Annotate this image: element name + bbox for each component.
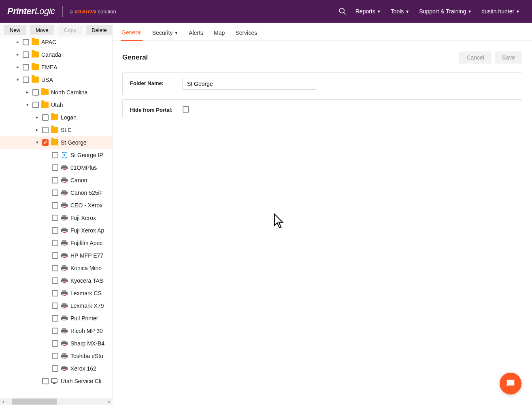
sidebar-tree[interactable]: ▸APAC ▸Canada ▸EMEA ▾USA ▸North Carolina… [0, 36, 113, 398]
tree-folder-canada[interactable]: ▸Canada [0, 48, 112, 61]
tagline: a VASION solution [70, 9, 116, 15]
checkbox[interactable] [52, 303, 58, 309]
checkbox[interactable] [52, 240, 58, 246]
tree-item-printer[interactable]: Toshiba eStu [0, 350, 112, 362]
cancel-button[interactable]: Cancel [459, 51, 492, 64]
checkbox[interactable] [23, 64, 29, 70]
tab-alerts[interactable]: Alerts [188, 27, 204, 40]
new-button[interactable]: New [4, 25, 26, 35]
tree-label: APAC [41, 39, 56, 45]
tree-folder-utah[interactable]: ▾Utah [0, 98, 112, 111]
tree-item-printer[interactable]: Konica Mino [0, 262, 112, 274]
checkbox[interactable] [52, 290, 58, 296]
checkbox[interactable] [52, 202, 58, 209]
tree-item-printer[interactable]: Fuji Xerox [0, 211, 112, 224]
tree-item-printer[interactable]: Canon [0, 174, 112, 186]
expand-icon[interactable]: ▸ [15, 52, 20, 57]
printer-icon [61, 227, 68, 234]
expand-icon[interactable]: ▸ [35, 115, 40, 120]
tree-item-printer[interactable]: Fujifilm Apec [0, 237, 112, 249]
expand-icon[interactable]: ▸ [25, 90, 30, 95]
checkbox[interactable] [52, 328, 58, 334]
checkbox[interactable] [52, 315, 58, 322]
scroll-right-icon[interactable]: ▸ [106, 399, 113, 405]
scroll-left-icon[interactable]: ◂ [0, 399, 6, 405]
checkbox[interactable] [52, 277, 58, 284]
collapse-icon[interactable]: ▾ [25, 102, 30, 107]
collapse-icon[interactable]: ▾ [35, 140, 40, 145]
svg-rect-62 [65, 282, 66, 283]
hide-portal-checkbox[interactable] [183, 106, 189, 113]
expand-icon[interactable]: ▸ [15, 39, 20, 45]
tree-item-printer[interactable]: HP MFP E77 [0, 249, 112, 262]
menu-reports[interactable]: Reports▼ [351, 8, 386, 15]
tree-item-iprange[interactable]: St George IP [0, 149, 112, 161]
checkbox[interactable] [42, 127, 49, 133]
menu-tools[interactable]: Tools▼ [386, 8, 415, 15]
collapse-icon[interactable]: ▾ [15, 77, 20, 82]
checkbox[interactable] [42, 114, 49, 121]
checkbox[interactable] [23, 77, 29, 83]
checkbox[interactable] [52, 227, 58, 234]
tagline-suffix: solution [96, 9, 116, 15]
tree-folder-apac[interactable]: ▸APAC [0, 36, 112, 48]
checkbox[interactable] [23, 39, 29, 45]
checkbox[interactable] [52, 340, 58, 347]
chat-fab[interactable] [500, 373, 521, 394]
tree-folder-logan[interactable]: ▸Logan [0, 111, 112, 124]
checkbox[interactable] [52, 215, 58, 221]
svg-rect-21 [62, 202, 66, 204]
tree-item-printer[interactable]: CEO - Xerox [0, 199, 112, 211]
expand-icon[interactable]: ▸ [15, 64, 20, 70]
scroll-track[interactable] [6, 399, 106, 405]
tree-item-printer[interactable]: Ricoh MP 30 [0, 324, 112, 337]
move-button[interactable]: Move [30, 25, 54, 35]
scroll-thumb[interactable] [12, 399, 57, 405]
menu-support[interactable]: Support & Training▼ [414, 8, 477, 15]
checkbox[interactable] [23, 51, 29, 58]
checkbox[interactable] [52, 365, 58, 372]
tree-folder-usa[interactable]: ▾USA [0, 73, 112, 86]
tree-folder-nc[interactable]: ▸North Carolina [0, 86, 112, 98]
menu-user[interactable]: dustin.hunter▼ [477, 8, 525, 15]
checkbox[interactable] [52, 152, 58, 158]
tree-folder-emea[interactable]: ▸EMEA [0, 61, 112, 73]
checkbox[interactable] [52, 164, 58, 171]
folder-name-input[interactable] [183, 78, 316, 90]
checkbox[interactable] [32, 89, 39, 96]
tree-item-client[interactable]: Utah Service Cli [0, 375, 112, 387]
tree-label: Utah [51, 102, 63, 108]
checkbox[interactable] [52, 265, 58, 271]
tree-item-printer[interactable]: Lexmark CS [0, 287, 112, 299]
save-button[interactable]: Save [495, 51, 522, 64]
tab-map[interactable]: Map [213, 27, 226, 40]
checkbox[interactable] [52, 353, 58, 359]
checkbox[interactable] [52, 190, 58, 196]
tab-security[interactable]: Security▼ [151, 27, 179, 40]
expand-icon[interactable]: ▸ [35, 127, 40, 132]
tree-item-printer[interactable]: Kyocera TAS [0, 274, 112, 287]
tree-item-printer[interactable]: Canon 525iF [0, 186, 112, 199]
checkbox[interactable] [52, 252, 58, 259]
tree-item-printer[interactable]: 01OMPlus [0, 161, 112, 174]
checkbox[interactable] [42, 378, 49, 384]
tree-label: Sharp MX-B4 [70, 340, 104, 347]
delete-button[interactable]: Delete [86, 25, 113, 35]
search-icon[interactable] [338, 7, 347, 15]
tree-item-printer[interactable]: Sharp MX-B4 [0, 337, 112, 350]
tree-folder-slc[interactable]: ▸SLC [0, 124, 112, 136]
tree-item-printer[interactable]: Lexmark X79 [0, 299, 112, 312]
h-scrollbar[interactable]: ◂ ▸ [0, 398, 113, 405]
checkbox[interactable] [52, 177, 58, 183]
checkbox[interactable] [32, 102, 39, 108]
tab-services[interactable]: Services [234, 27, 258, 40]
svg-rect-102 [51, 379, 57, 383]
tab-general[interactable]: General [121, 27, 143, 41]
checkbox-checked[interactable] [42, 139, 49, 146]
tree-item-printer[interactable]: Fuji Xerox Ap [0, 224, 112, 237]
svg-rect-87 [63, 345, 64, 346]
tree-item-printer[interactable]: Pull Printer [0, 312, 112, 324]
svg-rect-69 [62, 303, 66, 305]
tree-folder-stgeorge[interactable]: ▾St George [0, 136, 112, 149]
tree-item-printer[interactable]: Xerox 162 [0, 362, 112, 375]
